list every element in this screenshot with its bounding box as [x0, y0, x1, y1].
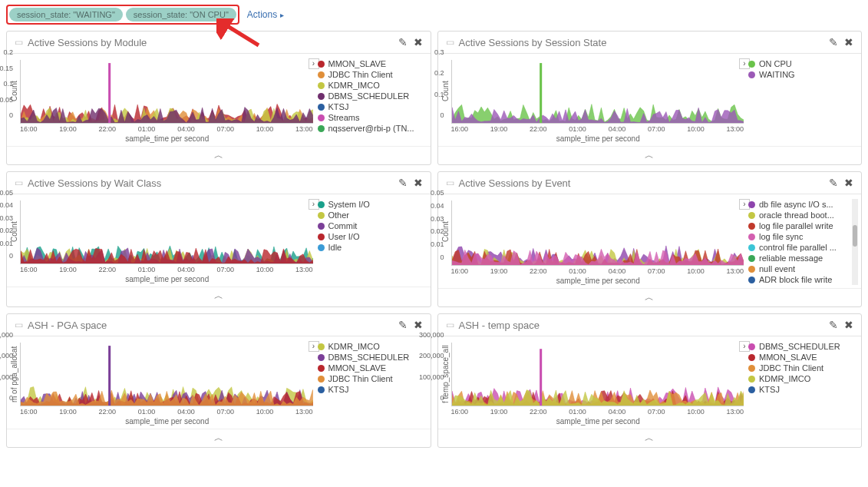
chart-area[interactable]: Count00.050.10.150.216:0019:0022:0001:00…: [10, 57, 316, 146]
legend-item[interactable]: Commit: [316, 220, 427, 231]
legend-color-icon: [318, 104, 325, 111]
x-tick: 10:00: [687, 267, 705, 275]
legend-item[interactable]: log file parallel write: [747, 220, 858, 231]
legend-scrollbar[interactable]: [852, 199, 858, 285]
legend-item[interactable]: ADR block file write: [747, 274, 858, 285]
legend-item[interactable]: db file async I/O s...: [747, 199, 858, 210]
x-ticks: 16:0019:0022:0001:0004:0007:0010:0013:00: [18, 124, 316, 133]
close-button[interactable]: ✖: [844, 319, 853, 331]
legend-item[interactable]: log file sync: [747, 231, 858, 242]
edit-button[interactable]: ✎: [398, 36, 408, 48]
x-tick: 10:00: [687, 125, 705, 133]
chart-area[interactable]: Count00.010.020.030.040.0516:0019:0022:0…: [10, 197, 316, 287]
legend-item[interactable]: Other: [316, 210, 427, 220]
legend-item[interactable]: DBMS_SCHEDULER: [747, 341, 858, 352]
plot-canvas[interactable]: 010,000,00020,000,00030,000,000: [20, 343, 313, 406]
legend-item[interactable]: nqsserver@rbi-p (TN...: [316, 123, 427, 134]
chart-area[interactable]: Count00.010.020.030.040.0516:0019:0022:0…: [441, 197, 748, 288]
chart-area[interactable]: m of pga_allocat010,000,00020,000,00030,…: [10, 340, 316, 429]
legend-item[interactable]: KTSJ: [316, 384, 427, 395]
legend-item[interactable]: MMON_SLAVE: [316, 363, 427, 373]
x-ticks: 16:0019:0022:0001:0004:0007:0010:0013:00: [450, 406, 748, 416]
x-tick: 04:00: [177, 125, 195, 133]
panel-expand-button[interactable]: ︿: [438, 429, 862, 447]
legend-item[interactable]: reliable message: [747, 253, 858, 263]
y-tick: 0: [9, 394, 13, 402]
plot-canvas[interactable]: 00.010.020.030.040.05: [20, 200, 313, 264]
plot-canvas[interactable]: 00.10.20.3: [451, 60, 744, 124]
legend-item[interactable]: KDMR_IMCO: [747, 373, 858, 384]
y-tick: 0.03: [431, 215, 444, 223]
close-button[interactable]: ✖: [414, 177, 423, 189]
x-ticks: 16:0019:0022:0001:0004:0007:0010:0013:00: [450, 124, 748, 133]
legend-item[interactable]: control file parallel ...: [747, 242, 858, 253]
edit-button[interactable]: ✎: [398, 319, 408, 331]
plot-canvas[interactable]: 00.050.10.150.2: [20, 60, 313, 124]
legend-item[interactable]: JDBC Thin Client: [747, 363, 858, 373]
legend-color-icon: [748, 201, 755, 208]
chart-area-icon: ▭: [15, 37, 23, 48]
legend-item[interactable]: User I/O: [316, 231, 427, 242]
legend-item[interactable]: WAITING: [747, 69, 858, 80]
edit-button[interactable]: ✎: [829, 319, 838, 331]
x-tick: 07:00: [648, 267, 665, 275]
actions-label: Actions: [247, 9, 277, 20]
y-tick: 0: [9, 111, 13, 119]
legend-item[interactable]: KDMR_IMCO: [316, 341, 427, 352]
x-tick: 01:00: [569, 267, 586, 275]
legend-label: System I/O: [328, 200, 370, 209]
panel-expand-button[interactable]: ︿: [438, 288, 862, 306]
legend-item[interactable]: JDBC Thin Client: [316, 69, 427, 80]
edit-button[interactable]: ✎: [829, 177, 838, 189]
legend-label: ON CPU: [759, 59, 792, 68]
panel-title: Active Sessions by Module: [28, 37, 392, 48]
legend-item[interactable]: MMON_SLAVE: [316, 58, 427, 69]
x-tick: 10:00: [687, 408, 705, 416]
panel-expand-button[interactable]: ︿: [7, 287, 431, 305]
edit-button[interactable]: ✎: [829, 36, 838, 48]
y-tick: 0.1: [434, 91, 444, 98]
panel-session-state: ▭Active Sessions by Session State✎✖Count…: [437, 31, 863, 165]
panel-expand-button[interactable]: ︿: [438, 146, 862, 164]
filter-pill-waiting[interactable]: session_state: "WAITING": [9, 8, 123, 22]
legend-item[interactable]: Idle: [316, 242, 427, 253]
chart-area[interactable]: f temp_space_all0100,000200,000300,00016…: [441, 340, 748, 429]
x-tick: 04:00: [177, 266, 195, 273]
legend-item[interactable]: DBMS_SCHEDULER: [316, 352, 427, 363]
legend-item[interactable]: oracle thread boot...: [747, 210, 858, 220]
panel-body: Count00.10.20.316:0019:0022:0001:0004:00…: [438, 54, 862, 146]
x-ticks: 16:0019:0022:0001:0004:0007:0010:0013:00: [18, 406, 316, 416]
legend-item[interactable]: Streams: [316, 112, 427, 123]
legend-item[interactable]: KTSJ: [316, 101, 427, 112]
legend-item[interactable]: KTSJ: [747, 384, 858, 395]
filter-pill-oncpu[interactable]: session_state: "ON CPU": [126, 8, 236, 22]
chart-area[interactable]: Count00.10.20.316:0019:0022:0001:0004:00…: [441, 57, 748, 146]
edit-button[interactable]: ✎: [398, 177, 408, 189]
legend-item[interactable]: JDBC Thin Client: [316, 373, 427, 384]
legend-label: log file parallel write: [759, 221, 833, 230]
panel-body: Count00.010.020.030.040.0516:0019:0022:0…: [438, 194, 862, 288]
panel-expand-button[interactable]: ︿: [7, 429, 431, 447]
y-tick: 0.02: [0, 227, 13, 234]
close-button[interactable]: ✖: [844, 177, 853, 189]
close-button[interactable]: ✖: [414, 36, 423, 48]
close-button[interactable]: ✖: [844, 36, 853, 48]
plot-canvas[interactable]: 00.010.020.030.040.05: [451, 200, 744, 266]
legend-color-icon: [748, 365, 755, 372]
panel-expand-button[interactable]: ︿: [7, 146, 431, 164]
y-tick: 0.01: [0, 240, 13, 247]
actions-menu[interactable]: Actions ▸: [247, 9, 284, 20]
x-tick: 22:00: [99, 408, 117, 416]
x-tick: 19:00: [490, 125, 508, 133]
y-tick: 0.04: [0, 201, 13, 209]
legend-item[interactable]: System I/O: [316, 199, 427, 210]
legend-item[interactable]: MMON_SLAVE: [747, 352, 858, 363]
legend-item[interactable]: DBMS_SCHEDULER: [316, 91, 427, 101]
legend-item[interactable]: ON CPU: [747, 58, 858, 69]
x-tick: 19:00: [59, 266, 77, 273]
plot-canvas[interactable]: 0100,000200,000300,000: [451, 343, 744, 406]
legend-color-icon: [748, 244, 755, 251]
close-button[interactable]: ✖: [414, 319, 423, 331]
legend-item[interactable]: null event: [747, 263, 858, 274]
legend-item[interactable]: KDMR_IMCO: [316, 80, 427, 91]
